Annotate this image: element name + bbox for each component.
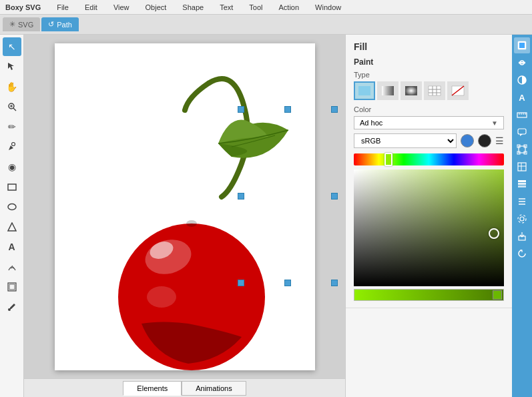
path-tab-label: Path xyxy=(57,21,72,29)
blob-tool[interactable]: ◉ xyxy=(3,157,21,176)
menu-shape[interactable]: Shape xyxy=(180,2,206,13)
list-icon[interactable]: ☰ xyxy=(495,135,504,146)
color-mode-select[interactable]: sRGB HSL CMYK xyxy=(354,133,457,148)
left-toolbar: ↖ ✋ ✏ ◉ A A xyxy=(0,35,24,397)
type-radial-btn[interactable] xyxy=(401,81,422,100)
menu-window[interactable]: Window xyxy=(312,2,344,13)
svg-point-52 xyxy=(520,217,524,221)
pen-tool[interactable] xyxy=(3,137,21,156)
ruler-panel-btn[interactable] xyxy=(514,107,530,123)
type-pattern-btn[interactable] xyxy=(424,81,445,100)
type-buttons xyxy=(354,81,504,100)
svg-point-5 xyxy=(11,143,15,146)
handle-mid-left[interactable] xyxy=(238,193,244,200)
handle-bot-mid[interactable] xyxy=(284,280,291,286)
svg-rect-19 xyxy=(382,86,394,95)
triangle-tool[interactable] xyxy=(3,218,21,236)
svg-point-16 xyxy=(147,286,176,308)
fill-panel-btn[interactable] xyxy=(514,37,530,53)
canvas-area: Elements Animations xyxy=(24,35,345,397)
ellipse-tool[interactable] xyxy=(3,197,21,216)
hue-slider[interactable] xyxy=(354,153,504,165)
menu-text[interactable]: Text xyxy=(217,2,236,13)
menu-file[interactable]: File xyxy=(54,2,71,13)
tab-svg[interactable]: ✳ SVG xyxy=(3,17,40,31)
tab-path[interactable]: ↺ Path xyxy=(41,17,79,31)
svg-rect-46 xyxy=(518,185,526,187)
svg-point-12 xyxy=(8,308,11,311)
svg-point-53 xyxy=(518,215,526,223)
hue-marker[interactable] xyxy=(384,153,392,166)
menu-object[interactable]: Object xyxy=(143,2,170,13)
svg-rect-37 xyxy=(518,129,526,134)
paint-subtitle: Paint xyxy=(354,57,504,67)
menu-action[interactable]: Action xyxy=(276,2,302,13)
textpath-tool[interactable]: A xyxy=(3,258,21,276)
handle-bot-left[interactable] xyxy=(238,280,244,286)
svg-marker-0 xyxy=(8,63,14,70)
app-logo: Boxy SVG xyxy=(5,3,41,11)
color-preview-handle[interactable] xyxy=(493,290,502,300)
type-solid-btn[interactable] xyxy=(354,81,375,100)
canvas-white xyxy=(55,43,315,370)
fill-title: Fill xyxy=(354,41,504,52)
type-none-btn[interactable] xyxy=(447,81,469,100)
settings-panel-btn[interactable] xyxy=(514,211,530,227)
color-preview-bar xyxy=(354,289,504,301)
color-picker-square[interactable] xyxy=(354,169,504,286)
eyedropper-tool[interactable] xyxy=(3,298,21,316)
handle-top-mid[interactable] xyxy=(238,106,244,113)
color-mode-row: sRGB HSL CMYK ☰ xyxy=(354,133,504,148)
contrast-panel-btn[interactable] xyxy=(514,72,530,88)
svg-rect-43 xyxy=(518,163,526,171)
menu-view[interactable]: View xyxy=(111,2,132,13)
menu-bar: Boxy SVG File Edit View Object Shape Tex… xyxy=(0,0,532,15)
stroke-panel-btn[interactable] xyxy=(514,55,530,71)
list-panel-btn[interactable] xyxy=(514,193,530,210)
color-circle-black[interactable] xyxy=(478,134,491,147)
color-circle-blue[interactable] xyxy=(461,134,474,147)
path-tab-icon: ↺ xyxy=(48,20,54,29)
tab-bar: ✳ SVG ↺ Path xyxy=(0,15,532,35)
svg-rect-47 xyxy=(518,183,526,185)
grid-panel-btn[interactable] xyxy=(514,159,530,175)
handle-top-right[interactable] xyxy=(284,106,291,113)
comment-panel-btn[interactable] xyxy=(514,124,530,140)
handle-mid-right[interactable] xyxy=(331,193,338,200)
text-tool[interactable]: A xyxy=(3,238,21,256)
svg-rect-29 xyxy=(519,43,525,48)
svg-rect-21 xyxy=(429,86,441,95)
pan-tool[interactable]: ✋ xyxy=(3,77,21,96)
rect-tool[interactable] xyxy=(3,177,21,196)
menu-tool[interactable]: Tool xyxy=(246,2,265,13)
tab-animations[interactable]: Animations xyxy=(182,381,246,396)
export-panel-btn[interactable] xyxy=(514,228,530,244)
layers-panel-btn[interactable] xyxy=(514,176,530,192)
far-right-toolbar: A xyxy=(512,35,532,397)
svg-tab-icon: ✳ xyxy=(9,20,15,29)
transform-panel-btn[interactable] xyxy=(514,141,530,157)
canvas-container[interactable] xyxy=(24,35,345,378)
bottom-tabs: Elements Animations xyxy=(24,378,345,397)
frame-tool[interactable] xyxy=(3,278,21,296)
svg-text:A: A xyxy=(11,265,14,270)
svg-rect-20 xyxy=(405,86,417,95)
svg-point-7 xyxy=(8,204,16,210)
handle-bot-right[interactable] xyxy=(331,280,338,286)
color-dropdown[interactable]: Ad hoc ▼ xyxy=(354,116,504,129)
select-tool[interactable]: ↖ xyxy=(3,37,21,56)
picker-handle[interactable] xyxy=(489,228,499,239)
zoom-tool[interactable] xyxy=(3,97,21,116)
svg-point-17 xyxy=(186,220,197,227)
history-panel-btn[interactable] xyxy=(514,246,530,262)
direct-select-tool[interactable] xyxy=(3,57,21,76)
font-panel-btn[interactable]: A xyxy=(514,89,530,105)
menu-edit[interactable]: Edit xyxy=(82,2,100,13)
svg-rect-18 xyxy=(358,86,370,95)
type-label: Type xyxy=(354,71,504,79)
pencil-tool[interactable]: ✏ xyxy=(3,117,21,136)
handle-top-far[interactable] xyxy=(331,106,338,113)
tab-elements[interactable]: Elements xyxy=(123,381,182,396)
svg-marker-8 xyxy=(8,223,16,231)
type-linear-btn[interactable] xyxy=(377,81,398,100)
